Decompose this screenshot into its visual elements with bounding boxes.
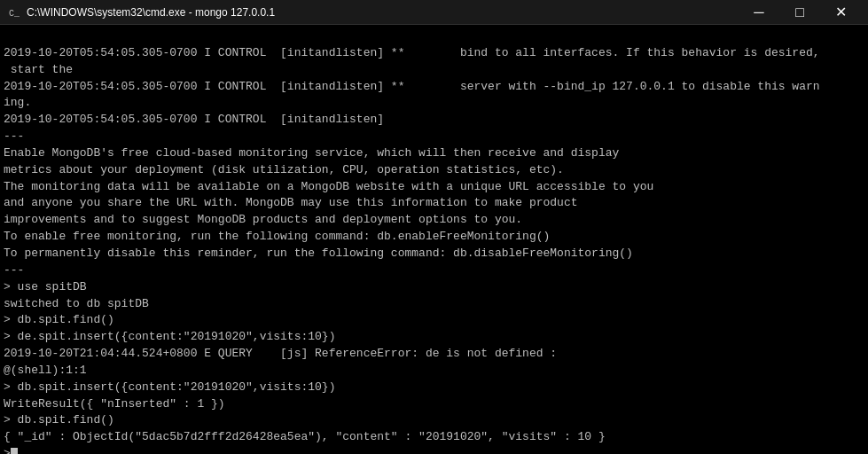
terminal-line: 2019-10-20T05:54:05.305-0700 I CONTROL [… bbox=[4, 45, 864, 62]
terminal: 2019-10-20T05:54:05.305-0700 I CONTROL [… bbox=[0, 25, 868, 454]
terminal-line: improvements and to suggest MongoDB prod… bbox=[4, 212, 864, 229]
terminal-line: and anyone you share the URL with. Mongo… bbox=[4, 195, 864, 212]
svg-text:C_: C_ bbox=[9, 9, 20, 19]
terminal-line: > de.spit.insert({content:"20191020",vis… bbox=[4, 329, 864, 346]
terminal-line: The monitoring data will be available on… bbox=[4, 179, 864, 196]
title-bar: C_ C:\WINDOWS\system32\cmd.exe - mongo 1… bbox=[0, 0, 868, 25]
terminal-line: { "_id" : ObjectId("5dac5b7d2fff2d26428e… bbox=[4, 429, 864, 446]
terminal-line: > db.spit.find() bbox=[4, 412, 864, 429]
terminal-line: 2019-10-20T05:54:05.305-0700 I CONTROL [… bbox=[4, 79, 864, 96]
terminal-line: WriteResult({ "nInserted" : 1 }) bbox=[4, 396, 864, 413]
title-bar-controls: ─ □ ✕ bbox=[739, 0, 861, 25]
close-button[interactable]: ✕ bbox=[820, 0, 861, 25]
terminal-line: > db.spit.find() bbox=[4, 312, 864, 329]
terminal-line: 2019-10-20T05:54:05.305-0700 I CONTROL [… bbox=[4, 112, 864, 129]
terminal-line: start the bbox=[4, 62, 864, 79]
cursor bbox=[11, 448, 18, 454]
terminal-line: > use spitDB bbox=[4, 279, 864, 296]
cmd-icon: C_ bbox=[7, 5, 21, 20]
terminal-line: metrics about your deployment (disk util… bbox=[4, 162, 864, 179]
maximize-button[interactable]: □ bbox=[779, 0, 820, 25]
terminal-line: Enable MongoDB's free cloud-based monito… bbox=[4, 145, 864, 162]
terminal-line: switched to db spitDB bbox=[4, 296, 864, 313]
title-bar-text: C:\WINDOWS\system32\cmd.exe - mongo 127.… bbox=[27, 6, 739, 19]
terminal-line: To permanently disable this reminder, ru… bbox=[4, 246, 864, 262]
terminal-line: > db.spit.insert({content:"20191020",vis… bbox=[4, 380, 864, 396]
terminal-line: @(shell):1:1 bbox=[4, 363, 864, 380]
terminal-line: > bbox=[4, 446, 864, 454]
terminal-line: --- bbox=[4, 262, 864, 279]
terminal-line: --- bbox=[4, 129, 864, 145]
minimize-button[interactable]: ─ bbox=[739, 0, 779, 25]
terminal-line: To enable free monitoring, run the follo… bbox=[4, 229, 864, 246]
terminal-line: ing. bbox=[4, 95, 864, 112]
terminal-line: 2019-10-20T21:04:44.524+0800 E QUERY [js… bbox=[4, 346, 864, 363]
